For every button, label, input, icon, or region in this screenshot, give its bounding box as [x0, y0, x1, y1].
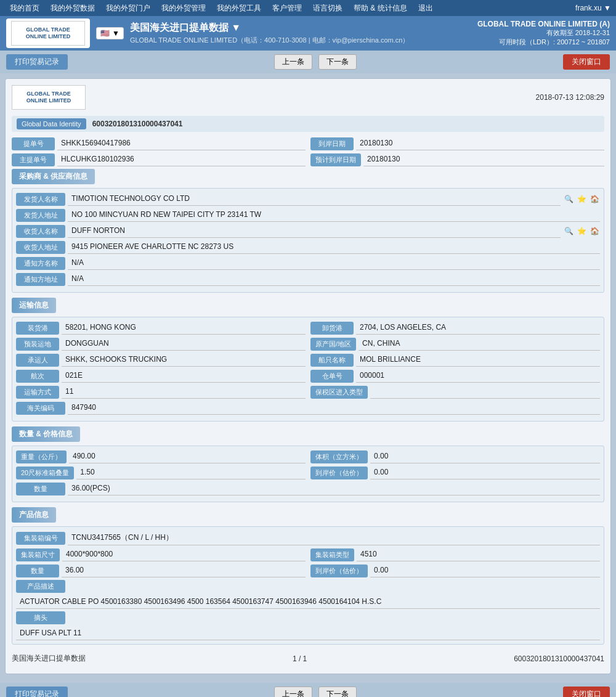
page-numbers: 1 / 1 [293, 654, 307, 663]
quantity-section: 数量 & 价格信息 重量（公斤） 490.00 体积（立方米） 0.00 20尺… [12, 426, 604, 502]
quantity-label: 数量 [16, 483, 65, 495]
arrival-date-value: 20180130 [356, 137, 604, 150]
transport-mode-col: 运输方式 11 [16, 385, 306, 399]
nav-portal[interactable]: 我的外贸门户 [101, 1, 155, 16]
container-id-value: TCNU3417565（CN / L / HH） [68, 531, 600, 545]
bill-number-value: SHKK156940417986 [57, 137, 306, 150]
nav-home[interactable]: 我的首页 [5, 1, 44, 16]
next-button-top[interactable]: 下一条 [318, 54, 357, 70]
shipper-name-row: 发货人名称 TIMOTION TECHNOLOGY CO LTD 🔍 ⭐ 🏠 [16, 192, 600, 206]
product-section: 产品信息 集装箱编号 TCNU3417565（CN / L / HH） 集装箱尺… [12, 507, 604, 645]
notify-address-label: 通知方地址 [16, 273, 65, 286]
carrier-label: 承运人 [16, 354, 59, 367]
prev-button-bottom[interactable]: 上一条 [274, 687, 312, 697]
header-subtitle: GLOBAL TRADE ONLINE LIMITED（电话：400-710-3… [130, 36, 471, 45]
product-unitprice-label: 到岸价（估价） [310, 565, 368, 577]
nav-language[interactable]: 语言切换 [308, 1, 347, 16]
loading-place-value: DONGGUAN [62, 337, 306, 351]
next-button-bottom[interactable]: 下一条 [318, 687, 357, 697]
notify-name-value: N/A [68, 256, 600, 270]
nav-management[interactable]: 我的外贸管理 [156, 1, 211, 16]
consignee-address-row: 收货人地址 9415 PIONEER AVE CHARLOTTE NC 2827… [16, 240, 600, 254]
quantity-title: 数量 & 价格信息 [12, 426, 80, 442]
flag-selector[interactable]: 🇺🇸 ▼ [96, 27, 124, 39]
consignee-address-value: 9415 PIONEER AVE CHARLOTTE NC 28273 US [68, 240, 600, 254]
nav-trade-data[interactable]: 我的外贸数据 [46, 1, 100, 16]
product-title: 产品信息 [12, 507, 56, 523]
record-title: 美国海关进口提单数据 [12, 653, 86, 664]
volume-col: 体积（立方米） 0.00 [310, 450, 600, 463]
close-button-bottom[interactable]: 关闭窗口 [563, 687, 610, 697]
carrier-vessel-row: 承运人 SHKK, SCHOOKS TRUCKING 船只名称 MOL BRIL… [16, 353, 600, 367]
remarks-container: 摘头 DUFF USA PLT 11 [16, 611, 600, 640]
close-button-top[interactable]: 关闭窗口 [563, 54, 610, 70]
nav-items: 我的首页 我的外贸数据 我的外贸门户 我的外贸管理 我的外贸工具 客户管理 语言… [5, 1, 438, 16]
top-action-bar: 打印贸易记录 上一条 下一条 关闭窗口 [0, 51, 616, 73]
star-icon[interactable]: ⭐ [576, 194, 587, 205]
nav-tools[interactable]: 我的外贸工具 [212, 1, 266, 16]
consignee-name-icons: 🔍 ⭐ 🏠 [563, 226, 600, 237]
consignee-home-icon[interactable]: 🏠 [589, 226, 600, 237]
arrival-date-label: 到岸日期 [310, 137, 354, 150]
nav-help[interactable]: 帮助 & 统计信息 [349, 1, 412, 16]
product-unitprice-col: 到岸价（估价） 0.00 [310, 564, 600, 577]
notify-name-row: 通知方名称 N/A [16, 256, 600, 270]
notify-address-value: N/A [68, 272, 600, 286]
loading-port-label: 装货港 [16, 322, 59, 335]
nav-logout[interactable]: 退出 [413, 1, 438, 16]
product-body: 集装箱编号 TCNU3417565（CN / L / HH） 集装箱尺寸 400… [12, 526, 604, 645]
loading-place-col: 预装运地 DONGGUAN [16, 337, 306, 351]
account-info: GLOBAL TRADE ONLINE LIMITED (A) 有效期至 201… [477, 20, 610, 47]
user-info[interactable]: frank.xu ▼ [575, 4, 611, 12]
product-desc-value: ACTUATOR CABLE PO 4500163380 4500163496 … [16, 595, 600, 609]
bill-number-col: 提单号 SHKK156940417986 [12, 137, 306, 150]
global-data-identity-row: Global Data Identity 6003201801310000437… [12, 116, 604, 132]
unit-price-value: 0.00 [370, 466, 600, 479]
weight-volume-row: 重量（公斤） 490.00 体积（立方米） 0.00 [16, 450, 600, 463]
nav-customer[interactable]: 客户管理 [267, 1, 307, 16]
print-button-bottom[interactable]: 打印贸易记录 [6, 687, 68, 697]
unloading-port-label: 卸货港 [310, 322, 354, 335]
container-type-col: 集装箱类型 4510 [310, 548, 600, 561]
header-bar: GLOBAL TRADEONLINE LIMITED 🇺🇸 ▼ 美国海关进口提单… [0, 16, 616, 51]
vessel-name-value: MOL BRILLIANCE [356, 353, 600, 367]
consignee-star-icon[interactable]: ⭐ [576, 226, 587, 237]
shipper-address-row: 发货人地址 NO 100 MINCYUAN RD NEW TAIPEI CITY… [16, 208, 600, 222]
master-bill-value: HLCUHKG180102936 [57, 153, 306, 166]
shipper-address-value: NO 100 MINCYUAN RD NEW TAIPEI CITY TP 23… [68, 208, 600, 222]
quantity-value: 36.00(PCS) [68, 482, 600, 495]
customs-code-label: 海关编码 [16, 402, 65, 415]
search-icon[interactable]: 🔍 [563, 194, 574, 205]
loading-place-label: 预装运地 [16, 338, 59, 351]
carrier-value: SHKK, SCHOOKS TRUCKING [62, 353, 306, 367]
buyer-supplier-title: 采购商 & 供应商信息 [12, 169, 95, 184]
logo-text: GLOBAL TRADEONLINE LIMITED [26, 26, 71, 40]
header-title-area: 美国海关进口提单数据 ▼ GLOBAL TRADE ONLINE LIMITED… [130, 22, 471, 45]
shipper-name-label: 发货人名称 [16, 193, 65, 206]
card-header: GLOBAL TRADEONLINE LIMITED 2018-07-13 12… [12, 85, 604, 110]
quantity-row: 数量 36.00(PCS) [16, 482, 600, 495]
weight-value: 490.00 [69, 450, 306, 463]
mode-zone-row: 运输方式 11 保税区进入类型 [16, 385, 600, 399]
flag-icon: 🇺🇸 [100, 29, 110, 38]
container-id-label: 集装箱编号 [16, 532, 65, 545]
home-icon[interactable]: 🏠 [589, 194, 600, 205]
shipper-name-icons: 🔍 ⭐ 🏠 [563, 194, 600, 205]
unloading-port-col: 卸货港 2704, LOS ANGELES, CA [310, 321, 600, 335]
product-qty-value: 36.00 [62, 564, 306, 577]
company-name: GLOBAL TRADE ONLINE LIMITED (A) [477, 20, 610, 28]
card-logo-image: GLOBAL TRADEONLINE LIMITED [12, 85, 86, 110]
prev-button-top[interactable]: 上一条 [274, 54, 312, 70]
vessel-name-label: 船只名称 [310, 354, 354, 367]
print-button-top[interactable]: 打印贸易记录 [6, 54, 68, 70]
container-type-label: 集装箱类型 [310, 548, 354, 561]
port-row: 装货港 58201, HONG KONG 卸货港 2704, LOS ANGEL… [16, 321, 600, 335]
customs-code-value: 847940 [68, 401, 600, 415]
credits-info: 可用时段（LDR）: 200712 ~ 201807 [477, 38, 610, 47]
bill-number-label: 提单号 [12, 137, 55, 150]
carrier-col: 承运人 SHKK, SCHOOKS TRUCKING [16, 353, 306, 367]
consignee-search-icon[interactable]: 🔍 [563, 226, 574, 237]
remarks-label: 摘头 [16, 611, 65, 624]
origin-country-value: CN, CHINA [359, 337, 600, 351]
card-logo-text: GLOBAL TRADEONLINE LIMITED [26, 91, 71, 104]
